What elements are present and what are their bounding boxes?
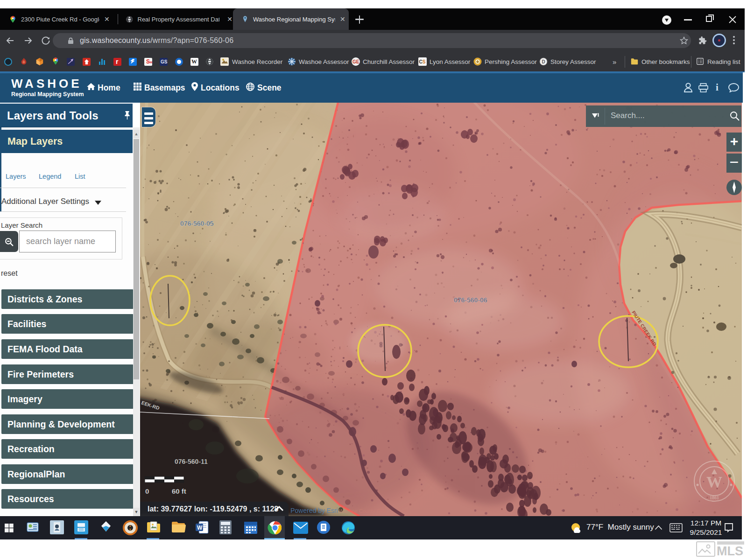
svg-text:D: D	[542, 59, 545, 64]
svg-text:GE: GE	[352, 59, 359, 64]
svg-text:W: W	[197, 525, 203, 531]
svg-text:CS: CS	[419, 59, 426, 64]
